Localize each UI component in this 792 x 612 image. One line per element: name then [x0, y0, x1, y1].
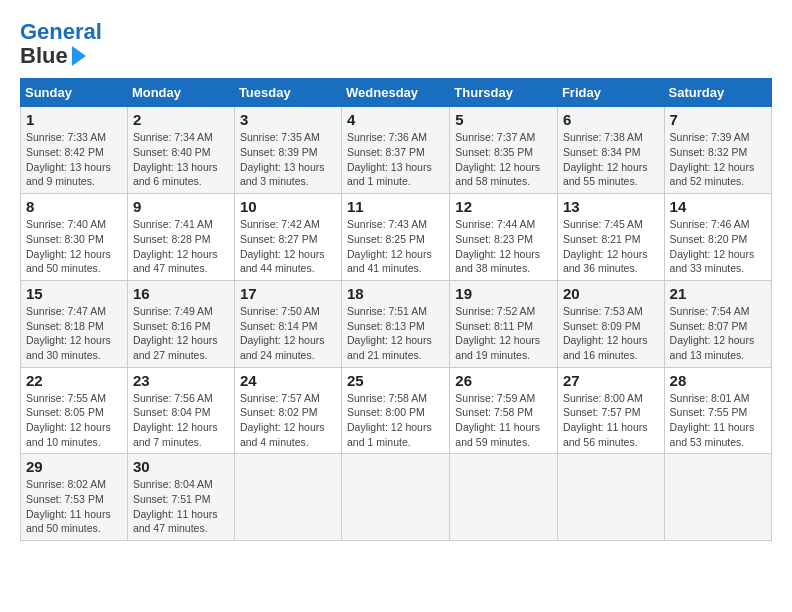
column-header-saturday: Saturday — [664, 79, 771, 107]
day-number: 17 — [240, 285, 336, 302]
calendar-cell — [450, 454, 558, 541]
day-number: 24 — [240, 372, 336, 389]
calendar-cell: 5Sunrise: 7:37 AM Sunset: 8:35 PM Daylig… — [450, 107, 558, 194]
day-number: 13 — [563, 198, 659, 215]
day-number: 8 — [26, 198, 122, 215]
calendar-cell: 17Sunrise: 7:50 AM Sunset: 8:14 PM Dayli… — [234, 280, 341, 367]
day-number: 6 — [563, 111, 659, 128]
calendar-week-row: 29Sunrise: 8:02 AM Sunset: 7:53 PM Dayli… — [21, 454, 772, 541]
day-number: 7 — [670, 111, 766, 128]
calendar-week-row: 1Sunrise: 7:33 AM Sunset: 8:42 PM Daylig… — [21, 107, 772, 194]
day-detail: Sunrise: 7:33 AM Sunset: 8:42 PM Dayligh… — [26, 130, 122, 189]
day-number: 26 — [455, 372, 552, 389]
calendar-cell: 14Sunrise: 7:46 AM Sunset: 8:20 PM Dayli… — [664, 194, 771, 281]
calendar-cell: 21Sunrise: 7:54 AM Sunset: 8:07 PM Dayli… — [664, 280, 771, 367]
day-number: 25 — [347, 372, 444, 389]
day-number: 3 — [240, 111, 336, 128]
calendar-cell: 10Sunrise: 7:42 AM Sunset: 8:27 PM Dayli… — [234, 194, 341, 281]
calendar-cell: 13Sunrise: 7:45 AM Sunset: 8:21 PM Dayli… — [557, 194, 664, 281]
page-header: General Blue — [20, 20, 772, 68]
day-number: 2 — [133, 111, 229, 128]
calendar-cell: 16Sunrise: 7:49 AM Sunset: 8:16 PM Dayli… — [127, 280, 234, 367]
day-number: 12 — [455, 198, 552, 215]
calendar-cell: 8Sunrise: 7:40 AM Sunset: 8:30 PM Daylig… — [21, 194, 128, 281]
day-number: 16 — [133, 285, 229, 302]
calendar-week-row: 22Sunrise: 7:55 AM Sunset: 8:05 PM Dayli… — [21, 367, 772, 454]
day-number: 27 — [563, 372, 659, 389]
day-number: 22 — [26, 372, 122, 389]
calendar-cell: 25Sunrise: 7:58 AM Sunset: 8:00 PM Dayli… — [342, 367, 450, 454]
day-number: 5 — [455, 111, 552, 128]
column-header-friday: Friday — [557, 79, 664, 107]
day-detail: Sunrise: 8:02 AM Sunset: 7:53 PM Dayligh… — [26, 477, 122, 536]
column-header-tuesday: Tuesday — [234, 79, 341, 107]
calendar-cell — [342, 454, 450, 541]
day-detail: Sunrise: 7:50 AM Sunset: 8:14 PM Dayligh… — [240, 304, 336, 363]
calendar-cell: 11Sunrise: 7:43 AM Sunset: 8:25 PM Dayli… — [342, 194, 450, 281]
day-number: 10 — [240, 198, 336, 215]
day-number: 19 — [455, 285, 552, 302]
day-number: 15 — [26, 285, 122, 302]
day-detail: Sunrise: 7:38 AM Sunset: 8:34 PM Dayligh… — [563, 130, 659, 189]
day-detail: Sunrise: 7:35 AM Sunset: 8:39 PM Dayligh… — [240, 130, 336, 189]
day-number: 14 — [670, 198, 766, 215]
logo-arrow-icon — [72, 46, 86, 66]
day-detail: Sunrise: 7:58 AM Sunset: 8:00 PM Dayligh… — [347, 391, 444, 450]
day-number: 29 — [26, 458, 122, 475]
day-number: 11 — [347, 198, 444, 215]
day-detail: Sunrise: 7:56 AM Sunset: 8:04 PM Dayligh… — [133, 391, 229, 450]
calendar-cell: 26Sunrise: 7:59 AM Sunset: 7:58 PM Dayli… — [450, 367, 558, 454]
day-detail: Sunrise: 7:43 AM Sunset: 8:25 PM Dayligh… — [347, 217, 444, 276]
day-number: 23 — [133, 372, 229, 389]
calendar-table: SundayMondayTuesdayWednesdayThursdayFrid… — [20, 78, 772, 541]
calendar-cell — [557, 454, 664, 541]
day-number: 20 — [563, 285, 659, 302]
day-number: 28 — [670, 372, 766, 389]
day-detail: Sunrise: 7:53 AM Sunset: 8:09 PM Dayligh… — [563, 304, 659, 363]
column-header-wednesday: Wednesday — [342, 79, 450, 107]
calendar-cell: 9Sunrise: 7:41 AM Sunset: 8:28 PM Daylig… — [127, 194, 234, 281]
calendar-cell: 7Sunrise: 7:39 AM Sunset: 8:32 PM Daylig… — [664, 107, 771, 194]
calendar-week-row: 8Sunrise: 7:40 AM Sunset: 8:30 PM Daylig… — [21, 194, 772, 281]
day-detail: Sunrise: 7:34 AM Sunset: 8:40 PM Dayligh… — [133, 130, 229, 189]
day-detail: Sunrise: 7:41 AM Sunset: 8:28 PM Dayligh… — [133, 217, 229, 276]
calendar-cell: 29Sunrise: 8:02 AM Sunset: 7:53 PM Dayli… — [21, 454, 128, 541]
calendar-cell: 18Sunrise: 7:51 AM Sunset: 8:13 PM Dayli… — [342, 280, 450, 367]
day-detail: Sunrise: 7:40 AM Sunset: 8:30 PM Dayligh… — [26, 217, 122, 276]
day-number: 1 — [26, 111, 122, 128]
logo-text: General — [20, 20, 102, 44]
calendar-cell: 15Sunrise: 7:47 AM Sunset: 8:18 PM Dayli… — [21, 280, 128, 367]
calendar-cell: 28Sunrise: 8:01 AM Sunset: 7:55 PM Dayli… — [664, 367, 771, 454]
day-detail: Sunrise: 7:55 AM Sunset: 8:05 PM Dayligh… — [26, 391, 122, 450]
day-detail: Sunrise: 7:47 AM Sunset: 8:18 PM Dayligh… — [26, 304, 122, 363]
day-number: 30 — [133, 458, 229, 475]
calendar-cell: 2Sunrise: 7:34 AM Sunset: 8:40 PM Daylig… — [127, 107, 234, 194]
day-detail: Sunrise: 7:39 AM Sunset: 8:32 PM Dayligh… — [670, 130, 766, 189]
day-number: 18 — [347, 285, 444, 302]
day-detail: Sunrise: 8:01 AM Sunset: 7:55 PM Dayligh… — [670, 391, 766, 450]
day-detail: Sunrise: 8:04 AM Sunset: 7:51 PM Dayligh… — [133, 477, 229, 536]
day-detail: Sunrise: 7:42 AM Sunset: 8:27 PM Dayligh… — [240, 217, 336, 276]
calendar-cell: 4Sunrise: 7:36 AM Sunset: 8:37 PM Daylig… — [342, 107, 450, 194]
day-detail: Sunrise: 7:46 AM Sunset: 8:20 PM Dayligh… — [670, 217, 766, 276]
calendar-cell — [664, 454, 771, 541]
column-header-thursday: Thursday — [450, 79, 558, 107]
day-number: 4 — [347, 111, 444, 128]
calendar-cell: 27Sunrise: 8:00 AM Sunset: 7:57 PM Dayli… — [557, 367, 664, 454]
calendar-week-row: 15Sunrise: 7:47 AM Sunset: 8:18 PM Dayli… — [21, 280, 772, 367]
calendar-cell: 6Sunrise: 7:38 AM Sunset: 8:34 PM Daylig… — [557, 107, 664, 194]
day-detail: Sunrise: 7:44 AM Sunset: 8:23 PM Dayligh… — [455, 217, 552, 276]
calendar-cell: 20Sunrise: 7:53 AM Sunset: 8:09 PM Dayli… — [557, 280, 664, 367]
day-detail: Sunrise: 7:59 AM Sunset: 7:58 PM Dayligh… — [455, 391, 552, 450]
calendar-cell: 19Sunrise: 7:52 AM Sunset: 8:11 PM Dayli… — [450, 280, 558, 367]
calendar-cell: 22Sunrise: 7:55 AM Sunset: 8:05 PM Dayli… — [21, 367, 128, 454]
calendar-cell: 1Sunrise: 7:33 AM Sunset: 8:42 PM Daylig… — [21, 107, 128, 194]
logo: General Blue — [20, 20, 102, 68]
calendar-header-row: SundayMondayTuesdayWednesdayThursdayFrid… — [21, 79, 772, 107]
day-number: 21 — [670, 285, 766, 302]
day-detail: Sunrise: 8:00 AM Sunset: 7:57 PM Dayligh… — [563, 391, 659, 450]
calendar-cell: 3Sunrise: 7:35 AM Sunset: 8:39 PM Daylig… — [234, 107, 341, 194]
day-number: 9 — [133, 198, 229, 215]
calendar-cell: 12Sunrise: 7:44 AM Sunset: 8:23 PM Dayli… — [450, 194, 558, 281]
day-detail: Sunrise: 7:52 AM Sunset: 8:11 PM Dayligh… — [455, 304, 552, 363]
